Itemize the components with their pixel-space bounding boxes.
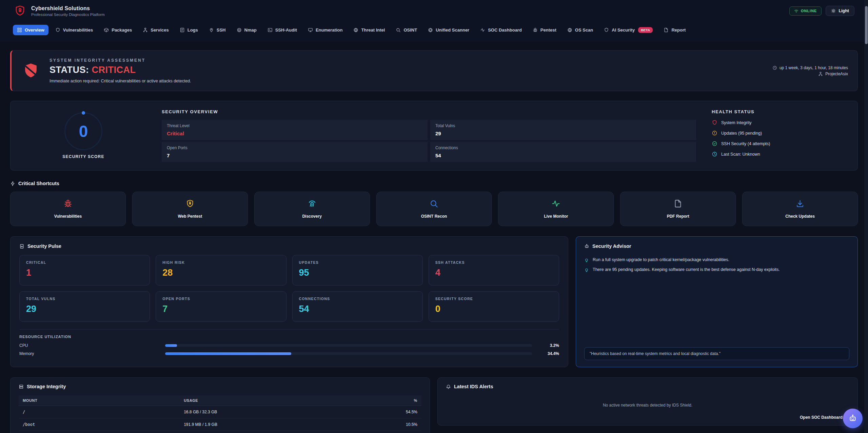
shield-icon — [712, 120, 717, 125]
tab-label: OS Scan — [575, 27, 593, 33]
memory-bar — [165, 352, 532, 355]
stat-critical: CRITICAL 1 — [19, 255, 150, 286]
bolt-icon — [10, 181, 15, 186]
host-icon — [818, 72, 823, 76]
tab-osint[interactable]: OSINT — [392, 25, 421, 35]
shortcut-vulnerabilities[interactable]: Vulnerabilities — [10, 192, 126, 226]
monitor-icon — [308, 27, 313, 33]
shortcut-discovery[interactable]: Discovery — [254, 192, 370, 226]
stat-label: TOTAL VULNS — [26, 297, 143, 301]
percent-cell: 10.5% — [349, 418, 421, 431]
security-score-label: SECURITY SCORE — [62, 154, 104, 159]
tab-report[interactable]: Report — [659, 25, 690, 35]
gauge-dot — [82, 111, 85, 115]
stat-security-score: SECURITY SCORE 0 — [429, 291, 559, 322]
sun-icon — [831, 8, 836, 13]
tab-vulnerabilities[interactable]: Vulnerabilities — [51, 25, 97, 35]
memory-usage-row: Memory 34.4% — [19, 351, 559, 356]
percent-cell: 0.5% — [349, 431, 421, 433]
tab-label: Logs — [188, 27, 198, 33]
advisor-tip-text: There are 95 pending updates. Keeping so… — [593, 267, 780, 272]
security-overview-card: 0 SECURITY SCORE SECURITY OVERVIEW Threa… — [10, 101, 858, 171]
theme-label: Light — [839, 8, 849, 13]
tab-threat-intel[interactable]: Threat Intel — [349, 25, 389, 35]
stat-label: SSH ATTACKS — [435, 260, 552, 264]
usage-cell: 79.2 MB / 14.4 GB — [180, 431, 349, 433]
bell-icon — [446, 384, 451, 389]
globe-icon — [567, 27, 572, 33]
tab-label: Nmap — [244, 27, 257, 33]
tab-label: Threat Intel — [361, 27, 385, 33]
open-ports-cell: Open Ports 7 — [162, 142, 428, 162]
shield-lock-logo-icon — [14, 4, 26, 17]
file-icon — [664, 27, 669, 33]
shortcuts-grid: Vulnerabilities Web Pentest Discovery OS… — [10, 192, 858, 226]
uptime-text: up 1 week, 3 days, 1 hour, 18 minutes — [780, 65, 848, 70]
cell-label: Connections — [435, 145, 691, 150]
tab-soc-dashboard[interactable]: SOC Dashboard — [476, 25, 526, 35]
table-row: / 16.8 GB / 32.3 GB 54.5% — [19, 406, 421, 418]
download-icon — [795, 199, 805, 208]
tab-ai-security[interactable]: AI SecurityBETA — [600, 24, 657, 36]
shortcut-live-monitor[interactable]: Live Monitor — [498, 192, 614, 226]
scrollbar-track[interactable] — [864, 0, 868, 433]
tab-os-scan[interactable]: OS Scan — [563, 25, 597, 35]
stat-value: 7 — [162, 304, 279, 314]
shortcuts-title-text: Critical Shortcuts — [18, 181, 59, 186]
advisor-tip: There are 95 pending updates. Keeping so… — [584, 267, 849, 272]
scrollbar-thumb[interactable] — [865, 6, 868, 44]
total-vulns-cell: Total Vulns 29 — [430, 120, 696, 140]
tab-enumeration[interactable]: Enumeration — [304, 25, 347, 35]
shortcut-osint-recon[interactable]: OSINT Recon — [376, 192, 492, 226]
shortcut-pdf-report[interactable]: PDF Report — [620, 192, 736, 226]
hostname-row: ProjecteAsix — [772, 72, 848, 76]
advisor-footnote: "Heuristics based on real-time system me… — [584, 347, 849, 360]
wifi-icon — [794, 9, 798, 13]
tab-logs[interactable]: Logs — [176, 25, 202, 35]
tab-nmap[interactable]: Nmap — [233, 25, 261, 35]
stat-label: SECURITY SCORE — [435, 297, 552, 301]
shortcut-check-updates[interactable]: Check Updates — [742, 192, 858, 226]
cpu-percent: 3.2% — [532, 343, 559, 348]
shortcut-label: OSINT Recon — [421, 214, 447, 219]
stat-value: 54 — [299, 304, 416, 314]
open-soc-dashboard-link[interactable]: Open SOC Dashboard — [800, 415, 849, 420]
clock-icon — [712, 151, 717, 157]
main-nav: Overview Vulnerabilities Packages Servic… — [0, 22, 868, 41]
tab-packages[interactable]: Packages — [100, 25, 136, 35]
tab-label: Report — [671, 27, 686, 33]
scanner-icon — [428, 27, 433, 33]
tab-unified-scanner[interactable]: Unified Scanner — [424, 25, 473, 35]
pulse-title-text: Security Pulse — [27, 243, 61, 249]
file-pdf-icon — [673, 199, 683, 208]
stat-value: 28 — [162, 268, 279, 278]
bug-icon — [63, 199, 73, 208]
stat-label: CRITICAL — [26, 260, 143, 264]
table-row: /boot 191.9 MB / 1.9 GB 10.5% — [19, 418, 421, 431]
tab-ssh[interactable]: SSH — [205, 25, 230, 35]
tab-label: Enumeration — [316, 27, 342, 33]
soc-link-label: Open SOC Dashboard — [800, 415, 843, 420]
activity-icon — [551, 199, 560, 208]
tab-services[interactable]: Services — [139, 25, 173, 35]
usage-cell: 191.9 MB / 1.9 GB — [180, 418, 349, 431]
shortcut-web-pentest[interactable]: Web Pentest — [132, 192, 248, 226]
system-integrity-banner: SYSTEM INTEGRITY ASSESSMENT STATUS: CRIT… — [10, 50, 858, 91]
tab-label: Unified Scanner — [436, 27, 469, 33]
banner-kicker: SYSTEM INTEGRITY ASSESSMENT — [50, 58, 191, 63]
advisor-title-text: Security Advisor — [592, 243, 631, 249]
tab-pentest[interactable]: Pentest — [529, 25, 560, 35]
tab-label: Overview — [25, 27, 44, 33]
ids-alerts-panel: Latest IDS Alerts No active network thre… — [437, 377, 858, 426]
clipboard-pulse-icon — [19, 244, 24, 249]
theme-toggle-button[interactable]: Light — [826, 6, 854, 16]
tab-ssh-audit[interactable]: SSH-Audit — [263, 25, 301, 35]
bug-icon — [533, 27, 538, 33]
tab-label: SSH — [217, 27, 226, 33]
ai-chat-button[interactable] — [843, 409, 863, 428]
tab-label: Pentest — [540, 27, 556, 33]
online-status-badge: ONLINE — [789, 6, 822, 16]
tab-overview[interactable]: Overview — [13, 25, 48, 35]
shield-icon — [55, 27, 60, 33]
hostname-text: ProjecteAsix — [825, 72, 848, 76]
